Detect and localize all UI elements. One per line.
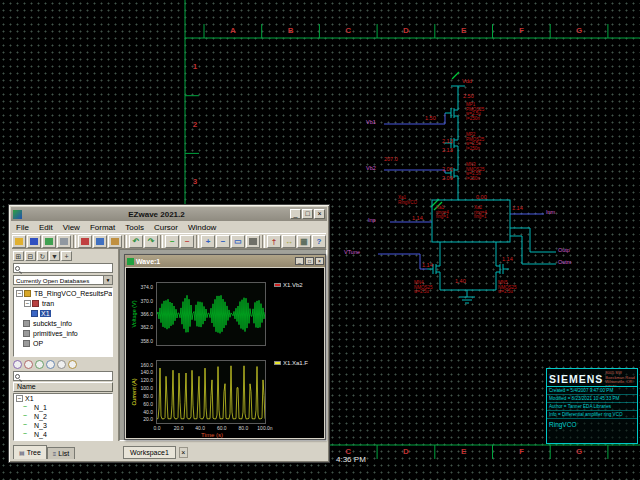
add-wave-icon[interactable]: ~ [165, 235, 179, 248]
tree-expander[interactable]: − [16, 395, 23, 402]
signal-search-input[interactable] [20, 372, 112, 380]
tree-expander[interactable]: − [16, 290, 23, 297]
cut-icon-glyph [81, 238, 89, 245]
measure-icon[interactable]: ↔ [282, 235, 296, 248]
help-icon[interactable]: ? [312, 235, 326, 248]
menu-edit[interactable]: Edit [34, 223, 58, 232]
workspace-close-button[interactable]: × [179, 447, 188, 458]
digital-probe-icon[interactable] [68, 360, 77, 369]
component-value-label: 2.13 [442, 138, 453, 144]
grid-icon[interactable]: ▦ [297, 235, 311, 248]
legend-item[interactable]: X1.Xa1.F [274, 360, 308, 366]
export-icon[interactable] [42, 235, 56, 248]
tree-item-n_2[interactable]: ~N_2 [14, 412, 112, 421]
name-column-header[interactable]: Name [13, 382, 113, 392]
op-probe-icon[interactable] [57, 360, 66, 369]
frame-column-label: E [458, 447, 470, 456]
maximize-button[interactable]: □ [302, 209, 313, 219]
export-icon-glyph [45, 238, 53, 245]
legend-item[interactable]: X1.Vb2 [274, 282, 303, 288]
tree-item-n_3[interactable]: ~N_3 [14, 421, 112, 430]
axis-tick-label: 374.0 [128, 284, 153, 290]
axis-tick-label: 140.0 [128, 369, 153, 375]
power-probe-icon[interactable] [35, 360, 44, 369]
undo-icon[interactable]: ↶ [129, 235, 143, 248]
frame-row-label: 2 [189, 120, 201, 129]
tree-item-primitives_info[interactable]: primitives_info [14, 328, 112, 338]
legend-swatch [274, 283, 281, 287]
voltage-waveform-plot[interactable] [156, 282, 266, 346]
print-icon-glyph [60, 238, 68, 245]
tree-item-tb_ringvco_resultspa[interactable]: −TB_RingVCO_ResultsPa [14, 288, 112, 298]
axis-tick-label: 120.0 [128, 377, 153, 383]
open-waveform-icon[interactable] [12, 235, 26, 248]
menu-cursor[interactable]: Cursor [149, 223, 183, 232]
zoom-out-icon[interactable]: − [216, 235, 230, 248]
component-value-label: 2.13 [442, 147, 453, 153]
cursor-icon[interactable]: † [267, 235, 281, 248]
zoom-full-icon[interactable]: ▭ [231, 235, 245, 248]
tree-item-tran[interactable]: −tran [14, 298, 112, 308]
ezwave-titlebar[interactable]: EZwave 2021.2 _ □ × [11, 207, 327, 221]
redo-icon[interactable]: ↷ [144, 235, 158, 248]
net-label: Vdd [462, 78, 472, 84]
cut-icon[interactable] [78, 235, 92, 248]
print-icon[interactable] [57, 235, 71, 248]
expand-all-icon[interactable]: ⊞ [13, 251, 24, 261]
tree-item-label: subckts_info [32, 320, 73, 327]
wave-minimize-button[interactable]: _ [295, 257, 304, 265]
database-search-input[interactable] [20, 264, 112, 272]
menu-window[interactable]: Window [183, 223, 221, 232]
toolbar-separator [160, 235, 163, 248]
menu-view[interactable]: View [58, 223, 85, 232]
filter-icon[interactable]: ▼ [49, 251, 60, 261]
axis-tick-label: 0.0 [148, 425, 166, 431]
tree-item-label: N_3 [33, 422, 48, 429]
signal-search[interactable] [13, 371, 113, 381]
tree-item-op[interactable]: OP [14, 338, 112, 348]
tree-item-label: X1 [40, 310, 51, 317]
current-waveform-plot[interactable] [156, 360, 266, 424]
toolbar-separator [196, 235, 199, 248]
menu-tools[interactable]: Tools [120, 223, 149, 232]
close-button[interactable]: × [314, 209, 325, 219]
wave-maximize-button[interactable]: □ [305, 257, 314, 265]
zoom-in-icon[interactable]: + [201, 235, 215, 248]
axis-tick-label: 160.0 [128, 362, 153, 368]
plot-area[interactable]: Voltage (V) Current (A) 374.0370.0366.03… [126, 268, 324, 438]
tree-expander[interactable]: − [24, 300, 31, 307]
tab-list[interactable]: ≡List [47, 447, 75, 459]
copy-icon[interactable] [93, 235, 107, 248]
tree-item-x1[interactable]: −X1 [14, 394, 112, 403]
delete-wave-icon[interactable]: ~ [180, 235, 194, 248]
current-probe-icon[interactable] [24, 360, 33, 369]
tree-item-n_1[interactable]: ~N_1 [14, 403, 112, 412]
toolbar-separator [262, 235, 265, 248]
minimize-button[interactable]: _ [290, 209, 301, 219]
menu-file[interactable]: File [11, 223, 34, 232]
menu-format[interactable]: Format [85, 223, 120, 232]
pin-icon[interactable]: + [61, 251, 72, 261]
tree-item-subckts_info[interactable]: subckts_info [14, 318, 112, 328]
database-search[interactable] [13, 263, 113, 273]
tree-item-x1[interactable]: X1 [14, 308, 112, 318]
tree-item-n_4[interactable]: ~N_4 [14, 430, 112, 439]
frame-column-label: F [515, 447, 527, 456]
wave-close-button[interactable]: × [315, 257, 324, 265]
pan-icon[interactable] [246, 235, 260, 248]
tab-tree[interactable]: ▤Tree [13, 445, 47, 459]
database-scope-combobox[interactable]: Currently Open Databases ▼ [13, 275, 113, 285]
collapse-all-icon[interactable]: ⊟ [25, 251, 36, 261]
refresh-icon[interactable]: ↻ [37, 251, 48, 261]
paste-icon[interactable] [108, 235, 122, 248]
voltage-probe-icon[interactable] [13, 360, 22, 369]
noise-probe-icon[interactable] [46, 360, 55, 369]
frame-column-label: G [573, 447, 585, 456]
frame-column-label: C [342, 26, 354, 35]
search-icon [15, 266, 20, 271]
wave-titlebar[interactable]: Wave:1 _ □ × [125, 255, 325, 267]
device-annotation: MN4NMOS25w=2.5u [414, 281, 433, 295]
save-icon[interactable] [27, 235, 41, 248]
component-value-label: 1.14 [502, 256, 513, 262]
workspace-tab[interactable]: Workspace1 [123, 446, 176, 459]
